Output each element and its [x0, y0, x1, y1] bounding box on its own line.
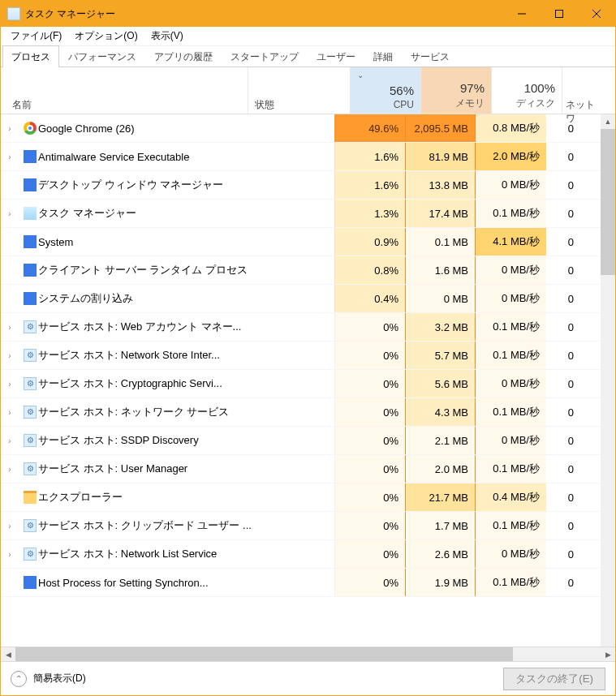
tab-startup[interactable]: スタートアップ — [222, 45, 308, 67]
column-header-cpu[interactable]: ⌄ 56% CPU — [351, 67, 421, 114]
cpu-cell: 0.8% — [334, 256, 405, 284]
app-icon — [7, 7, 20, 20]
process-row[interactable]: ›タスク マネージャー1.3%17.4 MB0.1 MB/秒0 — [1, 200, 615, 228]
process-row[interactable]: ›サービス ホスト: Cryptographic Servi...0%5.6 M… — [1, 370, 615, 398]
process-name: System — [38, 236, 73, 248]
process-name: サービス ホスト: Network List Service — [38, 547, 217, 561]
title-bar[interactable]: タスク マネージャー — [1, 1, 615, 27]
cpu-cell: 0% — [334, 313, 405, 341]
memory-cell: 2.1 MB — [405, 427, 476, 454]
expand-toggle[interactable]: › — [1, 153, 19, 161]
column-header-name[interactable]: 名前 — [1, 67, 248, 114]
process-row[interactable]: ›サービス ホスト: Network List Service0%2.6 MB0… — [1, 540, 615, 569]
expand-toggle[interactable]: › — [1, 522, 19, 531]
network-cell: 0 — [546, 569, 575, 596]
close-button[interactable] — [578, 1, 615, 27]
cpu-cell: 0% — [334, 455, 405, 483]
process-row[interactable]: ›サービス ホスト: ネットワーク サービス0%4.3 MB0.1 MB/秒0 — [1, 398, 615, 427]
process-icon — [22, 377, 38, 390]
memory-cell: 0 MB — [405, 285, 476, 312]
expand-toggle[interactable]: › — [1, 408, 19, 417]
expand-toggle[interactable]: › — [1, 436, 19, 445]
process-row[interactable]: ›サービス ホスト: SSDP Discovery0%2.1 MB0 MB/秒0 — [1, 427, 615, 455]
process-row[interactable]: エクスプローラー0%21.7 MB0.4 MB/秒0 — [1, 483, 615, 512]
menu-file[interactable]: ファイル(F) — [6, 28, 67, 45]
process-row[interactable]: クライアント サーバー ランタイム プロセス0.8%1.6 MB0 MB/秒0 — [1, 256, 615, 285]
tab-app-history[interactable]: アプリの履歴 — [145, 45, 222, 67]
network-cell: 0 — [546, 285, 575, 312]
network-cell: 0 — [546, 200, 575, 227]
memory-cell: 3.2 MB — [405, 313, 476, 341]
process-row[interactable]: デスクトップ ウィンドウ マネージャー1.6%13.8 MB0 MB/秒0 — [1, 171, 615, 200]
tab-services[interactable]: サービス — [402, 45, 459, 67]
tab-performance[interactable]: パフォーマンス — [59, 45, 145, 67]
cpu-cell: 0% — [334, 540, 405, 568]
menu-view[interactable]: 表示(V) — [146, 28, 188, 45]
memory-cell: 21.7 MB — [405, 483, 476, 511]
process-row[interactable]: ›Google Chrome (26)49.6%2,095.5 MB0.8 MB… — [1, 114, 615, 143]
expand-toggle[interactable]: › — [1, 380, 19, 389]
process-name-cell: サービス ホスト: Cryptographic Servi... — [19, 376, 334, 391]
tab-details[interactable]: 詳細 — [364, 45, 402, 67]
tab-processes[interactable]: プロセス — [2, 45, 59, 67]
memory-cell: 81.9 MB — [405, 143, 476, 170]
process-name-cell: デスクトップ ウィンドウ マネージャー — [19, 178, 334, 192]
network-cell: 0 — [546, 342, 575, 369]
expand-toggle[interactable]: › — [1, 550, 19, 559]
fewer-details-button[interactable]: ⌃ 簡易表示(D) — [11, 671, 86, 687]
process-row[interactable]: ›Antimalware Service Executable1.6%81.9 … — [1, 143, 615, 171]
process-row[interactable]: ›サービス ホスト: Network Store Inter...0%5.7 M… — [1, 342, 615, 370]
memory-cell: 2.6 MB — [405, 540, 476, 568]
expand-toggle[interactable]: › — [1, 124, 19, 133]
disk-cell: 0 MB/秒 — [476, 256, 546, 284]
disk-cell: 0.4 MB/秒 — [476, 483, 546, 511]
memory-cell: 2,095.5 MB — [405, 114, 476, 142]
memory-cell: 5.6 MB — [405, 370, 476, 397]
expand-toggle[interactable]: › — [1, 465, 19, 474]
disk-cell: 0.1 MB/秒 — [476, 200, 546, 227]
process-name: システムの割り込み — [38, 291, 133, 306]
column-header-network[interactable]: ネットワ — [562, 67, 603, 114]
cpu-cell: 1.6% — [334, 143, 405, 170]
hscroll-thumb[interactable] — [15, 647, 513, 661]
horizontal-scrollbar[interactable]: ◀ ▶ — [1, 647, 615, 661]
process-row[interactable]: ›サービス ホスト: クリップボード ユーザー ...0%1.7 MB0.1 M… — [1, 512, 615, 540]
process-row[interactable]: ›サービス ホスト: Web アカウント マネー...0%3.2 MB0.1 M… — [1, 313, 615, 342]
scroll-up-icon[interactable]: ▲ — [601, 114, 615, 129]
memory-cell: 1.6 MB — [405, 256, 476, 284]
process-name: Host Process for Setting Synchron... — [38, 577, 209, 589]
vertical-scrollbar[interactable]: ▲ — [601, 114, 615, 647]
menu-options[interactable]: オプション(O) — [70, 28, 142, 45]
process-row[interactable]: システムの割り込み0.4%0 MB0 MB/秒0 — [1, 285, 615, 313]
end-task-button[interactable]: タスクの終了(E) — [503, 668, 605, 690]
process-name-cell: クライアント サーバー ランタイム プロセス — [19, 263, 334, 277]
process-icon — [22, 320, 38, 333]
expand-toggle[interactable]: › — [1, 351, 19, 360]
process-name-cell: システムの割り込み — [19, 291, 334, 306]
process-row[interactable]: System0.9%0.1 MB4.1 MB/秒0 — [1, 228, 615, 256]
scroll-thumb[interactable] — [601, 129, 615, 275]
scroll-right-icon[interactable]: ▶ — [601, 647, 615, 661]
cpu-usage-total: 56% — [390, 84, 414, 97]
column-header-memory[interactable]: 97% メモリ — [421, 67, 492, 114]
expand-toggle[interactable]: › — [1, 209, 19, 218]
maximize-button[interactable] — [541, 1, 578, 27]
process-icon — [22, 519, 38, 532]
process-name: エクスプローラー — [38, 490, 123, 505]
process-name: デスクトップ ウィンドウ マネージャー — [38, 178, 223, 192]
maximize-icon — [555, 10, 563, 18]
process-icon — [22, 292, 38, 305]
tab-users[interactable]: ユーザー — [308, 45, 364, 67]
memory-cell: 4.3 MB — [405, 398, 476, 426]
process-name: サービス ホスト: Cryptographic Servi... — [38, 376, 222, 391]
disk-cell: 0 MB/秒 — [476, 285, 546, 312]
expand-toggle[interactable]: › — [1, 323, 19, 332]
column-header-disk[interactable]: 100% ディスク — [492, 67, 562, 114]
minimize-button[interactable] — [503, 1, 541, 27]
scroll-left-icon[interactable]: ◀ — [1, 647, 15, 661]
disk-label: ディスク — [516, 97, 555, 110]
process-row[interactable]: ›サービス ホスト: User Manager0%2.0 MB0.1 MB/秒0 — [1, 455, 615, 483]
process-row[interactable]: Host Process for Setting Synchron...0%1.… — [1, 569, 615, 597]
process-name-cell: Host Process for Setting Synchron... — [19, 576, 334, 589]
column-header-status[interactable]: 状態 — [248, 67, 350, 114]
